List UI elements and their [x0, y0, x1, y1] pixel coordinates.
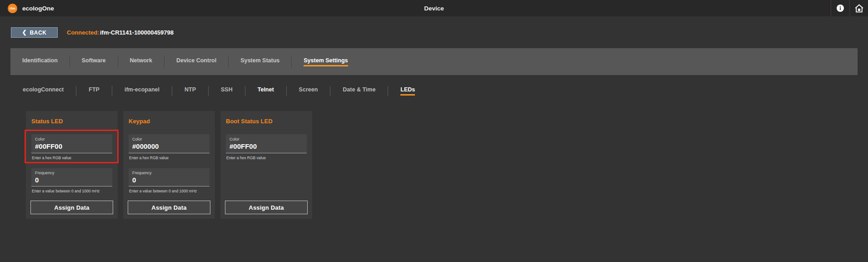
- subtab-label: ecologConnect: [23, 86, 64, 96]
- subtab-leds[interactable]: LEDs: [388, 86, 427, 96]
- card-title: Keypad: [129, 118, 210, 125]
- frequency-input[interactable]: Frequency 0: [129, 168, 210, 186]
- tab-label: Device Control: [176, 57, 216, 66]
- color-input[interactable]: Color #00FF00: [226, 134, 307, 153]
- color-input[interactable]: Color #000000: [129, 134, 210, 153]
- app-name: ecologOne: [22, 5, 54, 12]
- subtab-label: LEDs: [400, 86, 415, 96]
- tab-system-status[interactable]: System Status: [229, 57, 291, 66]
- keypad-card: Keypad Color #000000 Enter a hex RGB val…: [123, 111, 215, 219]
- tab-identification[interactable]: Identification: [10, 57, 70, 66]
- field-value: 0: [132, 176, 206, 184]
- field-label: Frequency: [35, 171, 109, 175]
- subtab-ifm-ecopanel[interactable]: ifm-ecopanel: [112, 86, 172, 96]
- subtab-label: NTP: [185, 86, 196, 96]
- tab-device-control[interactable]: Device Control: [165, 57, 228, 66]
- color-input[interactable]: Color #00FF00: [31, 134, 112, 153]
- subtab-label: Screen: [299, 86, 318, 96]
- subtab-label: Date & Time: [343, 86, 375, 96]
- color-field-group: Color #00FF00 Enter a hex RGB value: [31, 134, 112, 160]
- subtab-screen[interactable]: Screen: [287, 86, 330, 96]
- color-field-group: Color #000000 Enter a hex RGB value: [129, 134, 210, 160]
- tab-system-settings[interactable]: System Settings: [292, 57, 359, 66]
- subtab-ftp[interactable]: FTP: [76, 86, 112, 96]
- back-button-label: BACK: [30, 30, 46, 36]
- field-label: Color: [35, 137, 109, 141]
- field-hint: Enter a hex RGB value: [226, 156, 307, 160]
- home-icon: [854, 4, 864, 13]
- tab-label: Network: [130, 57, 152, 66]
- field-hint: Enter a hex RGB value: [32, 156, 112, 160]
- subtab-ecologconnect[interactable]: ecologConnect: [10, 86, 76, 96]
- assign-data-button[interactable]: Assign Data: [128, 201, 210, 214]
- subtab-ntp[interactable]: NTP: [172, 86, 208, 96]
- frequency-field-group: Frequency 0 Enter a value between 0 and …: [129, 168, 210, 193]
- assign-data-button[interactable]: Assign Data: [225, 201, 308, 214]
- subtab-telnet[interactable]: Telnet: [245, 86, 286, 96]
- home-button[interactable]: [850, 0, 868, 16]
- subtab-label: Telnet: [258, 86, 274, 96]
- field-label: Color: [229, 137, 303, 141]
- back-button[interactable]: ❮ BACK: [11, 27, 58, 38]
- led-settings-cards: Status LED Color #00FF00 Enter a hex RGB…: [26, 111, 312, 219]
- field-hint: Enter a hex RGB value: [129, 156, 210, 160]
- field-label: Frequency: [132, 171, 206, 175]
- topbar-actions: i: [831, 0, 868, 16]
- subtab-date-time[interactable]: Date & Time: [330, 86, 388, 96]
- subtab-label: FTP: [89, 86, 100, 96]
- tab-label: System Status: [240, 57, 279, 66]
- field-value: #00FF00: [229, 142, 303, 150]
- subtab-label: ifm-ecopanel: [125, 86, 160, 96]
- field-value: #00FF00: [35, 142, 109, 150]
- assign-data-button[interactable]: Assign Data: [30, 201, 113, 214]
- field-value: #000000: [132, 142, 206, 150]
- field-hint: Enter a value between 0 and 1000 mHz: [129, 189, 210, 193]
- main-tab-bar: Identification Software Network Device C…: [10, 48, 858, 75]
- color-field-group: Color #00FF00 Enter a hex RGB value: [226, 134, 307, 160]
- tab-label: System Settings: [304, 57, 348, 66]
- connected-device-name: ifm-CR1141-100000459798: [100, 29, 174, 36]
- tab-network[interactable]: Network: [118, 57, 164, 66]
- tab-label: Identification: [22, 57, 58, 66]
- chevron-left-icon: ❮: [22, 29, 26, 35]
- subtab-ssh[interactable]: SSH: [209, 86, 245, 96]
- field-label: Color: [132, 137, 206, 141]
- top-bar: ifm ecologOne Device i: [0, 0, 868, 16]
- ifm-logo-icon: ifm: [8, 4, 17, 13]
- boot-status-led-card: Boot Status LED Color #00FF00 Enter a he…: [220, 111, 312, 219]
- connected-label: Connected:: [67, 29, 100, 36]
- tab-software[interactable]: Software: [70, 57, 118, 66]
- tab-label: Software: [82, 57, 106, 66]
- field-hint: Enter a value between 0 and 1000 mHz: [32, 189, 112, 193]
- brand: ifm ecologOne: [8, 0, 54, 16]
- info-button[interactable]: i: [831, 0, 849, 16]
- card-title: Status LED: [31, 118, 112, 125]
- card-title: Boot Status LED: [226, 118, 307, 125]
- settings-sub-tab-bar: ecologConnect FTP ifm-ecopanel NTP SSH T…: [10, 83, 858, 99]
- subtab-label: SSH: [221, 86, 233, 96]
- field-value: 0: [35, 176, 109, 184]
- frequency-field-group: Frequency 0 Enter a value between 0 and …: [31, 168, 112, 193]
- info-icon: i: [837, 5, 844, 12]
- page-title: Device: [0, 0, 868, 16]
- frequency-input[interactable]: Frequency 0: [31, 168, 112, 186]
- status-led-card: Status LED Color #00FF00 Enter a hex RGB…: [26, 111, 118, 219]
